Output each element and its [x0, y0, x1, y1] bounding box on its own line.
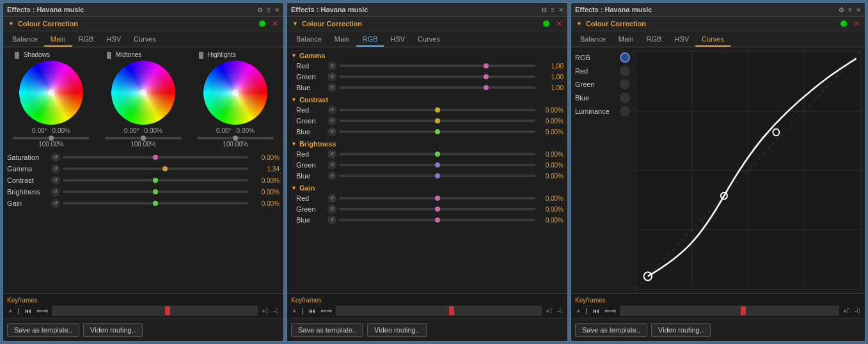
contrast-red-track[interactable]	[339, 109, 535, 111]
brightness-reset[interactable]: ↺	[51, 187, 60, 196]
wheel-canvas-2[interactable]	[203, 61, 267, 125]
gain-green-track[interactable]	[339, 208, 535, 210]
video-routing-btn-1[interactable]: Video routing..	[83, 323, 143, 337]
kf-minus-circle-1[interactable]: -⃝	[272, 307, 280, 315]
kf-prev-btn-2[interactable]: ⏮	[307, 307, 317, 315]
brightness-blue-reset[interactable]: ↺	[327, 171, 336, 180]
curves-graph[interactable]	[635, 51, 861, 290]
panel-1-enabled-dot[interactable]	[259, 20, 265, 27]
kf-add-btn-2[interactable]: +	[291, 307, 297, 315]
gain-reset[interactable]: ↺	[51, 199, 60, 208]
wheel-highlights-slider[interactable]	[197, 137, 274, 139]
tab-main-1[interactable]: Main	[44, 33, 72, 47]
panel-2-enabled-dot[interactable]	[543, 20, 549, 27]
tab-main-2[interactable]: Main	[328, 33, 356, 47]
channel-green-btn[interactable]	[620, 79, 630, 90]
contrast-reset[interactable]: ↺	[51, 176, 60, 185]
gamma-red-track[interactable]	[339, 65, 535, 67]
curve-channel-blue[interactable]: Blue	[575, 93, 630, 103]
panel-1-remove-icon[interactable]: ✕	[272, 19, 278, 28]
kf-prev-btn-1[interactable]: ⏮	[23, 307, 33, 315]
wheel-canvas-1[interactable]	[111, 61, 175, 125]
kf-track-1[interactable]	[52, 306, 258, 316]
kf-minus-circle-3[interactable]: -⃝	[853, 307, 861, 315]
brightness-track[interactable]	[63, 191, 248, 193]
tab-hsv-2[interactable]: HSV	[384, 33, 411, 47]
gamma-blue-reset[interactable]: ↺	[327, 83, 336, 92]
rgb-contrast-header[interactable]: ▼ Contrast	[291, 94, 564, 106]
kf-prev-btn-3[interactable]: ⏮	[591, 307, 601, 315]
panel-1-collapse-icon[interactable]: ▼	[8, 20, 14, 27]
panel-3-sliders-icon[interactable]: ≡	[848, 6, 852, 13]
save-template-btn-1[interactable]: Save as template..	[7, 323, 79, 337]
rgb-gain-header[interactable]: ▼ Gain	[291, 182, 564, 194]
wheel-canvas-0[interactable]	[19, 61, 83, 125]
panel-1-close-icon[interactable]: ✕	[274, 6, 280, 13]
kf-add-btn-3[interactable]: +	[575, 307, 581, 315]
panel-3-collapse-icon[interactable]: ▼	[576, 20, 582, 27]
gain-green-reset[interactable]: ↺	[327, 205, 336, 214]
brightness-green-reset[interactable]: ↺	[327, 160, 336, 169]
panel-3-settings-icon[interactable]: ⚙	[839, 6, 844, 13]
gamma-blue-track[interactable]	[339, 86, 535, 89]
brightness-blue-track[interactable]	[339, 175, 535, 177]
rgb-brightness-header[interactable]: ▼ Brightness	[291, 138, 564, 150]
tab-balance-2[interactable]: Balance	[290, 33, 328, 47]
gain-red-track[interactable]	[339, 197, 535, 199]
panel-3-enabled-dot[interactable]	[840, 20, 847, 27]
kf-plus-circle-2[interactable]: +⃝	[544, 307, 553, 315]
kf-nav-btn-1[interactable]: ⇐⇒	[35, 307, 49, 315]
panel-3-remove-icon[interactable]: ✕	[853, 19, 860, 28]
gamma-green-reset[interactable]: ↺	[327, 72, 336, 81]
gain-red-reset[interactable]: ↺	[327, 194, 336, 203]
channel-red-btn[interactable]	[620, 66, 630, 76]
rgb-gamma-header[interactable]: ▼ Gamma	[291, 50, 564, 61]
saturation-reset[interactable]: ↺	[51, 153, 60, 162]
contrast-blue-track[interactable]	[339, 130, 535, 133]
kf-plus-circle-1[interactable]: +⃝	[260, 307, 269, 315]
gamma-green-track[interactable]	[339, 75, 535, 78]
curve-channel-rgb[interactable]: RGB	[575, 52, 630, 63]
curve-point-3[interactable]	[773, 129, 779, 136]
kf-nav-btn-2[interactable]: ⇐⇒	[319, 307, 333, 315]
kf-nav-btn-3[interactable]: ⇐⇒	[603, 307, 617, 315]
tab-main-3[interactable]: Main	[612, 33, 640, 47]
channel-blue-btn[interactable]	[620, 93, 630, 103]
contrast-track[interactable]	[63, 179, 248, 182]
contrast-blue-reset[interactable]: ↺	[327, 127, 336, 136]
panel-2-collapse-icon[interactable]: ▼	[292, 20, 298, 27]
brightness-red-track[interactable]	[339, 153, 535, 155]
wheel-midtones-slider[interactable]	[105, 137, 182, 139]
panel-1-settings-icon[interactable]: ⚙	[257, 6, 263, 13]
tab-balance-1[interactable]: Balance	[6, 33, 44, 47]
panel-3-close-icon[interactable]: ✕	[856, 6, 861, 13]
panel-2-close-icon[interactable]: ✕	[558, 6, 564, 13]
video-routing-btn-3[interactable]: Video routing..	[651, 323, 711, 337]
panel-2-sliders-icon[interactable]: ≡	[551, 6, 555, 13]
channel-rgb-btn[interactable]	[620, 52, 630, 63]
tab-balance-3[interactable]: Balance	[574, 33, 612, 47]
tab-hsv-1[interactable]: HSV	[100, 33, 127, 47]
save-template-btn-3[interactable]: Save as template..	[575, 323, 647, 337]
gain-blue-track[interactable]	[339, 219, 535, 221]
gamma-track[interactable]	[63, 168, 248, 170]
brightness-red-reset[interactable]: ↺	[327, 150, 336, 159]
kf-track-2[interactable]	[336, 306, 542, 316]
kf-plus-circle-3[interactable]: +⃝	[842, 307, 851, 315]
gamma-red-reset[interactable]: ↺	[327, 61, 336, 70]
gain-blue-reset[interactable]: ↺	[327, 215, 336, 224]
panel-1-sliders-icon[interactable]: ≡	[267, 6, 271, 13]
channel-luminance-btn[interactable]	[620, 106, 630, 116]
tab-curves-2[interactable]: Curves	[411, 33, 446, 47]
video-routing-btn-2[interactable]: Video routing..	[367, 323, 427, 337]
wheel-shadows-slider[interactable]	[13, 137, 90, 139]
contrast-green-reset[interactable]: ↺	[327, 116, 336, 125]
gain-track[interactable]	[63, 202, 248, 205]
brightness-green-track[interactable]	[339, 164, 535, 166]
panel-2-settings-icon[interactable]: ⚙	[541, 6, 547, 13]
kf-add-btn-1[interactable]: +	[7, 307, 13, 315]
gamma-reset[interactable]: ↺	[51, 164, 60, 173]
tab-rgb-3[interactable]: RGB	[640, 33, 668, 47]
saturation-track[interactable]	[63, 156, 248, 159]
kf-track-3[interactable]	[620, 306, 839, 316]
